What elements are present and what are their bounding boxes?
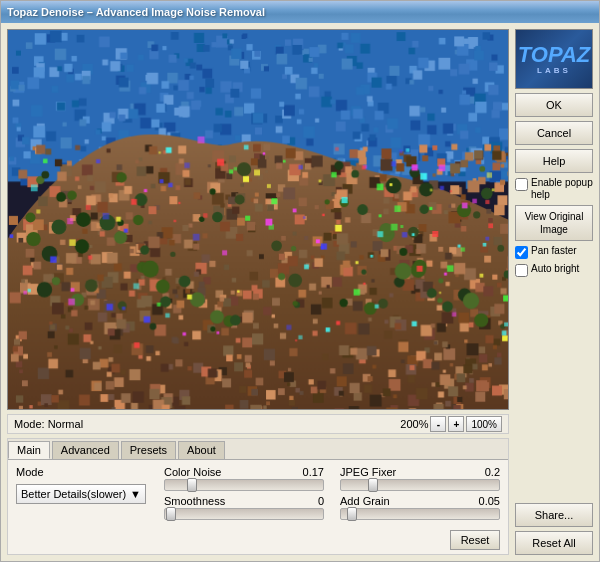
reset-row: Reset xyxy=(8,526,508,554)
auto-bright-label: Auto bright xyxy=(531,263,579,275)
zoom-plus-button[interactable]: + xyxy=(448,416,464,432)
zoom-level: 200% xyxy=(400,418,428,430)
logo-labs-text: LABS xyxy=(518,66,591,75)
share-button[interactable]: Share... xyxy=(515,503,593,527)
add-grain-label: Add Grain xyxy=(340,495,390,507)
controls-body: Mode Better Details(slower) ▼ Color Nois… xyxy=(8,460,508,526)
color-noise-value: 0.17 xyxy=(303,466,324,478)
tabs-bar: Main Advanced Presets About xyxy=(8,439,508,460)
tab-advanced[interactable]: Advanced xyxy=(52,441,119,459)
smoothness-group: Smoothness 0 xyxy=(164,495,324,520)
controls-left: Mode Better Details(slower) ▼ xyxy=(16,466,156,520)
add-grain-value: 0.05 xyxy=(479,495,500,507)
color-noise-group: Color Noise 0.17 xyxy=(164,466,324,491)
jpeg-fixer-slider[interactable] xyxy=(340,479,500,491)
mode-label: Mode xyxy=(16,466,156,478)
tab-main[interactable]: Main xyxy=(8,441,50,459)
mode-label: Mode: Normal xyxy=(14,418,83,430)
color-noise-slider[interactable] xyxy=(164,479,324,491)
controls-right: Color Noise 0.17 JPEG Fixer 0.2 xyxy=(164,466,500,520)
zoom-controls: 200% - + 100% xyxy=(400,416,502,432)
zoom-100-button[interactable]: 100% xyxy=(466,416,502,432)
view-original-button[interactable]: View Original Image xyxy=(515,205,593,241)
window-title: Topaz Denoise – Advanced Image Noise Rem… xyxy=(7,6,265,18)
reset-all-button[interactable]: Reset All xyxy=(515,531,593,555)
smoothness-slider[interactable] xyxy=(164,508,324,520)
tab-presets[interactable]: Presets xyxy=(121,441,176,459)
title-bar: Topaz Denoise – Advanced Image Noise Rem… xyxy=(1,1,599,23)
logo-area: TOPAZ LABS xyxy=(515,29,593,89)
window-body: Mode: Normal 200% - + 100% xyxy=(1,23,599,561)
enable-popup-label: Enable popup help xyxy=(531,177,593,201)
jpeg-fixer-group: JPEG Fixer 0.2 xyxy=(340,466,500,491)
jpeg-fixer-value: 0.2 xyxy=(485,466,500,478)
controls-panel: Main Advanced Presets About xyxy=(7,438,509,555)
help-button[interactable]: Help xyxy=(515,149,593,173)
smoothness-label: Smoothness xyxy=(164,495,225,507)
mode-dropdown[interactable]: Better Details(slower) ▼ xyxy=(16,484,146,504)
color-noise-thumb[interactable] xyxy=(187,478,197,492)
add-grain-group: Add Grain 0.05 xyxy=(340,495,500,520)
jpeg-fixer-thumb[interactable] xyxy=(368,478,378,492)
pan-faster-label: Pan faster xyxy=(531,245,577,257)
jpeg-fixer-label: JPEG Fixer xyxy=(340,466,396,478)
tab-about[interactable]: About xyxy=(178,441,225,459)
cancel-button[interactable]: Cancel xyxy=(515,121,593,145)
main-window: Topaz Denoise – Advanced Image Noise Rem… xyxy=(0,0,600,562)
zoom-minus-button[interactable]: - xyxy=(430,416,446,432)
image-container[interactable] xyxy=(7,29,509,410)
status-bar: Mode: Normal 200% - + 100% xyxy=(7,414,509,434)
image-panel: Mode: Normal 200% - + 100% xyxy=(7,29,509,555)
right-sidebar: TOPAZ LABS OK Cancel Help Enable popup h… xyxy=(515,29,593,555)
enable-popup-row: Enable popup help xyxy=(515,177,593,201)
color-noise-label: Color Noise xyxy=(164,466,221,478)
pan-faster-checkbox[interactable] xyxy=(515,246,528,259)
reset-button[interactable]: Reset xyxy=(450,530,500,550)
add-grain-thumb[interactable] xyxy=(347,507,357,521)
auto-bright-checkbox[interactable] xyxy=(515,264,528,277)
ok-button[interactable]: OK xyxy=(515,93,593,117)
logo-topaz-icon: TOPAZ xyxy=(518,44,591,66)
smoothness-value: 0 xyxy=(318,495,324,507)
enable-popup-checkbox[interactable] xyxy=(515,178,528,191)
preview-canvas xyxy=(8,30,508,409)
auto-bright-row: Auto bright xyxy=(515,263,593,277)
pan-faster-row: Pan faster xyxy=(515,245,593,259)
add-grain-slider[interactable] xyxy=(340,508,500,520)
dropdown-arrow-icon: ▼ xyxy=(130,488,141,500)
smoothness-thumb[interactable] xyxy=(166,507,176,521)
